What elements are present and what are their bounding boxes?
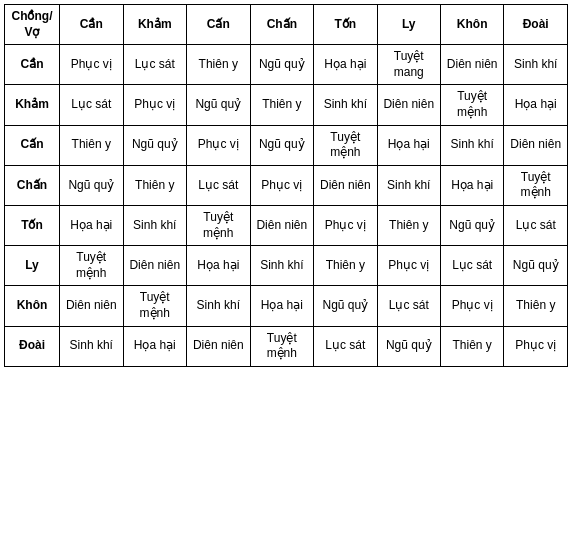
- row-header-1: Khảm: [5, 85, 60, 125]
- table-row: LyTuyệt mệnhDiên niênHọa hạiSinh khíThiê…: [5, 246, 568, 286]
- cell-1-3: Thiên y: [250, 85, 314, 125]
- cell-3-2: Lục sát: [187, 165, 251, 205]
- cell-7-6: Thiên y: [440, 326, 504, 366]
- cell-3-4: Diên niên: [314, 165, 378, 205]
- cell-6-1: Tuyệt mệnh: [123, 286, 187, 326]
- cell-4-2: Tuyệt mệnh: [187, 205, 251, 245]
- table-row: ĐoàiSinh khíHọa hạiDiên niênTuyệt mệnhLụ…: [5, 326, 568, 366]
- cell-2-1: Ngũ quỷ: [123, 125, 187, 165]
- cell-3-0: Ngũ quỷ: [60, 165, 124, 205]
- row-header-2: Cấn: [5, 125, 60, 165]
- cell-0-3: Ngũ quỷ: [250, 45, 314, 85]
- cell-5-2: Họa hại: [187, 246, 251, 286]
- cell-0-5: Tuyệt mang: [377, 45, 440, 85]
- table-row: CấnThiên yNgũ quỷPhục vịNgũ quỷTuyệt mện…: [5, 125, 568, 165]
- cell-7-5: Ngũ quỷ: [377, 326, 440, 366]
- cell-0-6: Diên niên: [440, 45, 504, 85]
- cell-4-0: Họa hại: [60, 205, 124, 245]
- cell-1-5: Diên niên: [377, 85, 440, 125]
- cell-6-4: Ngũ quỷ: [314, 286, 378, 326]
- cell-7-7: Phục vị: [504, 326, 568, 366]
- cell-1-0: Lục sát: [60, 85, 124, 125]
- cell-6-7: Thiên y: [504, 286, 568, 326]
- table-row: KhônDiên niênTuyệt mệnhSinh khíHọa hạiNg…: [5, 286, 568, 326]
- cell-3-7: Tuyệt mệnh: [504, 165, 568, 205]
- cell-5-0: Tuyệt mệnh: [60, 246, 124, 286]
- row-header-6: Khôn: [5, 286, 60, 326]
- table-row: KhảmLục sátPhục vịNgũ quỷThiên ySinh khí…: [5, 85, 568, 125]
- cell-2-2: Phục vị: [187, 125, 251, 165]
- col-header-5: Ly: [377, 5, 440, 45]
- cell-6-6: Phục vị: [440, 286, 504, 326]
- cell-3-1: Thiên y: [123, 165, 187, 205]
- cell-5-5: Phục vị: [377, 246, 440, 286]
- cell-2-5: Họa hại: [377, 125, 440, 165]
- col-header-4: Tốn: [314, 5, 378, 45]
- cell-6-3: Họa hại: [250, 286, 314, 326]
- corner-header: Chồng/Vợ: [5, 5, 60, 45]
- compatibility-table: Chồng/Vợ CầnKhảmCấnChấnTốnLyKhônĐoài Cần…: [4, 4, 568, 367]
- cell-4-3: Diên niên: [250, 205, 314, 245]
- cell-1-6: Tuyệt mệnh: [440, 85, 504, 125]
- row-header-7: Đoài: [5, 326, 60, 366]
- cell-7-3: Tuyệt mệnh: [250, 326, 314, 366]
- cell-6-0: Diên niên: [60, 286, 124, 326]
- cell-6-2: Sinh khí: [187, 286, 251, 326]
- cell-0-7: Sinh khí: [504, 45, 568, 85]
- table-row: CầnPhục vịLục sátThiên yNgũ quỷHọa hạiTu…: [5, 45, 568, 85]
- table-row: TốnHọa hạiSinh khíTuyệt mệnhDiên niênPhụ…: [5, 205, 568, 245]
- cell-5-4: Thiên y: [314, 246, 378, 286]
- cell-4-1: Sinh khí: [123, 205, 187, 245]
- row-header-4: Tốn: [5, 205, 60, 245]
- cell-3-6: Họa hại: [440, 165, 504, 205]
- cell-6-5: Lục sát: [377, 286, 440, 326]
- row-header-5: Ly: [5, 246, 60, 286]
- cell-1-4: Sinh khí: [314, 85, 378, 125]
- cell-7-2: Diên niên: [187, 326, 251, 366]
- col-header-0: Cần: [60, 5, 124, 45]
- col-header-6: Khôn: [440, 5, 504, 45]
- cell-0-2: Thiên y: [187, 45, 251, 85]
- cell-2-7: Diên niên: [504, 125, 568, 165]
- cell-2-4: Tuyệt mệnh: [314, 125, 378, 165]
- cell-5-3: Sinh khí: [250, 246, 314, 286]
- cell-2-3: Ngũ quỷ: [250, 125, 314, 165]
- cell-0-4: Họa hại: [314, 45, 378, 85]
- row-header-3: Chấn: [5, 165, 60, 205]
- col-header-1: Khảm: [123, 5, 187, 45]
- row-header-0: Cần: [5, 45, 60, 85]
- cell-1-1: Phục vị: [123, 85, 187, 125]
- col-header-3: Chấn: [250, 5, 314, 45]
- cell-5-6: Lục sát: [440, 246, 504, 286]
- cell-0-0: Phục vị: [60, 45, 124, 85]
- cell-2-6: Sinh khí: [440, 125, 504, 165]
- cell-5-7: Ngũ quỷ: [504, 246, 568, 286]
- cell-0-1: Lục sát: [123, 45, 187, 85]
- cell-3-5: Sinh khí: [377, 165, 440, 205]
- cell-7-0: Sinh khí: [60, 326, 124, 366]
- cell-7-4: Lục sát: [314, 326, 378, 366]
- cell-2-0: Thiên y: [60, 125, 124, 165]
- col-header-2: Cấn: [187, 5, 251, 45]
- cell-4-4: Phục vị: [314, 205, 378, 245]
- cell-4-6: Ngũ quỷ: [440, 205, 504, 245]
- cell-7-1: Họa hại: [123, 326, 187, 366]
- cell-1-2: Ngũ quỷ: [187, 85, 251, 125]
- cell-3-3: Phục vị: [250, 165, 314, 205]
- cell-4-7: Lục sát: [504, 205, 568, 245]
- cell-5-1: Diên niên: [123, 246, 187, 286]
- col-header-7: Đoài: [504, 5, 568, 45]
- cell-4-5: Thiên y: [377, 205, 440, 245]
- cell-1-7: Họa hại: [504, 85, 568, 125]
- table-row: ChấnNgũ quỷThiên yLục sátPhục vịDiên niê…: [5, 165, 568, 205]
